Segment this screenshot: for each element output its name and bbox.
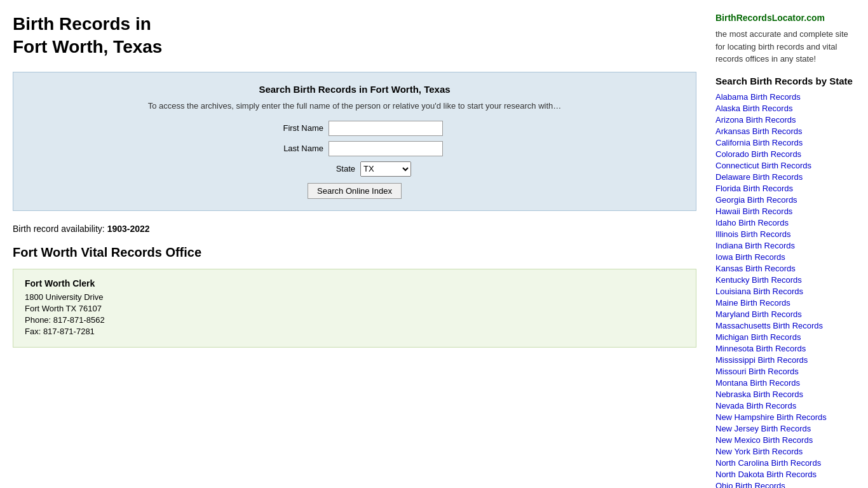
state-link[interactable]: Louisiana Birth Records <box>715 287 803 296</box>
state-link[interactable]: Iowa Birth Records <box>715 252 785 262</box>
state-link[interactable]: New Hampshire Birth Records <box>715 412 827 422</box>
state-link[interactable]: Indiana Birth Records <box>715 241 795 250</box>
state-label: State <box>298 164 355 173</box>
state-link[interactable]: Kentucky Birth Records <box>715 275 802 285</box>
list-item: Arizona Birth Records <box>715 114 855 125</box>
availability-range: 1903-2022 <box>107 224 150 234</box>
list-item: Florida Birth Records <box>715 183 855 193</box>
state-link[interactable]: Maine Birth Records <box>715 298 790 308</box>
state-link[interactable]: New Jersey Birth Records <box>715 424 811 433</box>
state-list: Alabama Birth RecordsAlaska Birth Record… <box>715 92 855 489</box>
state-link[interactable]: Illinois Birth Records <box>715 229 791 239</box>
state-select[interactable]: TX AL AK AZ AR CA CO CT DE FL GA HI ID I… <box>360 161 411 177</box>
sidebar-description: the most accurate and complete site for … <box>715 28 855 65</box>
list-item: Louisiana Birth Records <box>715 286 855 296</box>
office-card: Fort Worth Clerk 1800 University Drive F… <box>13 269 696 348</box>
state-link[interactable]: Georgia Birth Records <box>715 195 797 205</box>
state-link[interactable]: New York Birth Records <box>715 447 803 456</box>
state-link[interactable]: Arizona Birth Records <box>715 115 796 125</box>
last-name-row: Last Name <box>25 141 684 156</box>
list-item: Colorado Birth Records <box>715 149 855 159</box>
state-link[interactable]: Montana Birth Records <box>715 378 800 388</box>
list-item: Maryland Birth Records <box>715 309 855 319</box>
state-link[interactable]: Ohio Birth Records <box>715 481 785 489</box>
state-link[interactable]: Hawaii Birth Records <box>715 207 792 216</box>
sidebar-section-title: Search Birth Records by State <box>715 76 855 86</box>
list-item: Missouri Birth Records <box>715 366 855 376</box>
state-link[interactable]: Colorado Birth Records <box>715 149 801 159</box>
search-form-box: Search Birth Records in Fort Worth, Texa… <box>13 72 696 211</box>
state-link[interactable]: Arkansas Birth Records <box>715 126 803 136</box>
state-link[interactable]: Mississippi Birth Records <box>715 355 808 365</box>
search-box-description: To access the archives, simply enter the… <box>25 101 684 111</box>
page-title: Birth Records in Fort Worth, Texas <box>13 13 696 59</box>
list-item: New Jersey Birth Records <box>715 423 855 433</box>
state-link[interactable]: Missouri Birth Records <box>715 367 799 376</box>
state-link[interactable]: North Dakota Birth Records <box>715 470 817 479</box>
search-box-heading: Search Birth Records in Fort Worth, Texa… <box>25 84 684 95</box>
list-item: Montana Birth Records <box>715 377 855 388</box>
list-item: California Birth Records <box>715 137 855 147</box>
state-link[interactable]: New Mexico Birth Records <box>715 435 813 445</box>
state-link[interactable]: Alabama Birth Records <box>715 92 801 102</box>
list-item: Mississippi Birth Records <box>715 355 855 365</box>
office-address2: Fort Worth TX 76107 <box>25 304 684 313</box>
state-link[interactable]: California Birth Records <box>715 138 803 147</box>
state-row: State TX AL AK AZ AR CA CO CT DE FL GA H… <box>25 161 684 177</box>
list-item: Iowa Birth Records <box>715 252 855 262</box>
list-item: Michigan Birth Records <box>715 332 855 342</box>
list-item: Illinois Birth Records <box>715 229 855 239</box>
list-item: Massachusetts Birth Records <box>715 320 855 330</box>
office-address1: 1800 University Drive <box>25 292 684 302</box>
list-item: Idaho Birth Records <box>715 217 855 227</box>
state-link[interactable]: Delaware Birth Records <box>715 172 803 182</box>
list-item: Delaware Birth Records <box>715 172 855 182</box>
list-item: Alaska Birth Records <box>715 103 855 113</box>
first-name-row: First Name <box>25 121 684 136</box>
list-item: Nebraska Birth Records <box>715 389 855 399</box>
state-link[interactable]: Minnesota Birth Records <box>715 344 806 353</box>
last-name-input[interactable] <box>329 141 443 156</box>
state-link[interactable]: Kansas Birth Records <box>715 264 796 273</box>
search-button[interactable]: Search Online Index <box>308 183 402 199</box>
search-button-row: Search Online Index <box>25 183 684 199</box>
list-item: Indiana Birth Records <box>715 240 855 250</box>
list-item: North Dakota Birth Records <box>715 469 855 479</box>
office-phone: Phone: 817-871-8562 <box>25 315 684 325</box>
state-link[interactable]: Nevada Birth Records <box>715 401 796 410</box>
state-link[interactable]: Alaska Birth Records <box>715 104 792 113</box>
availability-text: Birth record availability: 1903-2022 <box>13 224 696 234</box>
site-link[interactable]: BirthRecordsLocator.com <box>715 13 825 23</box>
list-item: Minnesota Birth Records <box>715 343 855 353</box>
list-item: Maine Birth Records <box>715 297 855 308</box>
list-item: Kansas Birth Records <box>715 263 855 273</box>
office-name: Fort Worth Clerk <box>25 278 684 288</box>
first-name-label: First Name <box>266 123 323 133</box>
list-item: New Mexico Birth Records <box>715 435 855 445</box>
list-item: Georgia Birth Records <box>715 194 855 205</box>
list-item: Connecticut Birth Records <box>715 160 855 170</box>
list-item: North Carolina Birth Records <box>715 458 855 468</box>
state-link[interactable]: Maryland Birth Records <box>715 309 802 319</box>
state-link[interactable]: North Carolina Birth Records <box>715 458 821 468</box>
list-item: Arkansas Birth Records <box>715 126 855 136</box>
sidebar: BirthRecordsLocator.com the most accurat… <box>715 6 855 488</box>
state-link[interactable]: Connecticut Birth Records <box>715 161 811 170</box>
list-item: Hawaii Birth Records <box>715 206 855 216</box>
list-item: New York Birth Records <box>715 446 855 456</box>
first-name-input[interactable] <box>329 121 443 136</box>
list-item: Ohio Birth Records <box>715 480 855 489</box>
list-item: Kentucky Birth Records <box>715 274 855 285</box>
state-link[interactable]: Florida Birth Records <box>715 184 793 193</box>
list-item: Alabama Birth Records <box>715 92 855 102</box>
last-name-label: Last Name <box>266 144 323 153</box>
state-link[interactable]: Michigan Birth Records <box>715 332 801 342</box>
main-content: Birth Records in Fort Worth, Texas Searc… <box>13 6 715 488</box>
state-link[interactable]: Massachusetts Birth Records <box>715 321 823 330</box>
list-item: New Hampshire Birth Records <box>715 412 855 422</box>
list-item: Nevada Birth Records <box>715 400 855 410</box>
state-link[interactable]: Idaho Birth Records <box>715 218 789 227</box>
state-link[interactable]: Nebraska Birth Records <box>715 390 803 399</box>
office-fax: Fax: 817-871-7281 <box>25 327 684 336</box>
office-section-title: Fort Worth Vital Records Office <box>13 245 696 260</box>
